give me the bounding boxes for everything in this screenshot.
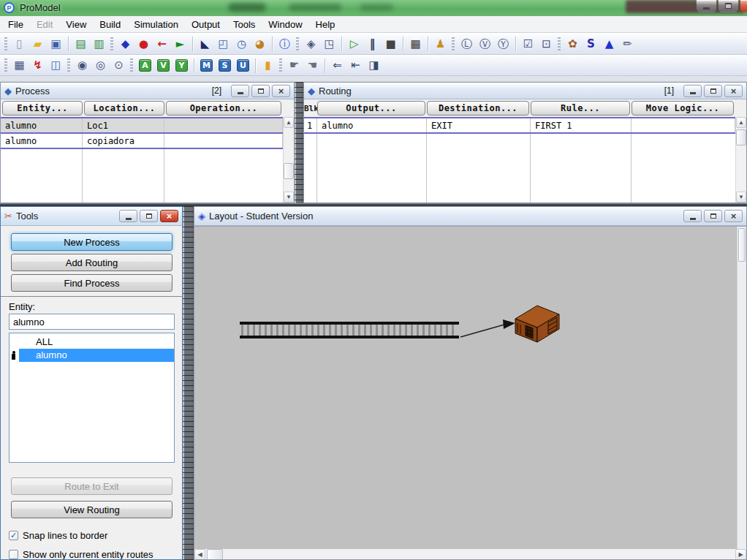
menu-build[interactable]: Build — [93, 17, 127, 32]
conveyor-graphic[interactable] — [240, 322, 459, 339]
operation-column-button[interactable]: Operation... — [166, 101, 281, 116]
routing-close-button[interactable]: × — [724, 85, 743, 97]
app-titlebar[interactable]: P ProModel × — [0, 0, 747, 16]
entity-input[interactable] — [9, 314, 175, 330]
animation-icon[interactable]: ▦ — [407, 36, 424, 53]
process-row[interactable]: alumno Loc1 — [1, 118, 283, 134]
scroll-track[interactable] — [223, 549, 735, 560]
entity-cell[interactable]: alumno — [1, 134, 83, 148]
tools-window-titlebar[interactable]: ✂ Tools × — [1, 207, 182, 226]
tools-minimize-button[interactable] — [119, 210, 137, 222]
rule-column-button[interactable]: Rule... — [531, 101, 630, 116]
route-arrow[interactable] — [456, 314, 519, 342]
routing-minimize-button[interactable] — [683, 85, 702, 97]
pin-v-icon[interactable]: Ⓥ — [477, 36, 493, 53]
snap-lines-checkbox-row[interactable]: Snap lines to border — [9, 530, 107, 541]
avi-a-icon[interactable]: A — [137, 57, 153, 74]
build-entities-icon[interactable]: ● — [135, 36, 152, 53]
new-model-icon[interactable]: ▯ — [11, 36, 28, 53]
process-restore-button[interactable] — [251, 85, 270, 97]
build-shifts-icon[interactable]: ◷ — [233, 36, 250, 53]
find-view-icon[interactable]: ◎ — [92, 57, 109, 74]
desk-copier-graphic[interactable] — [513, 303, 561, 345]
entity-column-button[interactable]: Entity... — [2, 101, 83, 116]
scoreboard-icon[interactable]: ♟ — [432, 36, 449, 53]
scroll-track[interactable] — [284, 128, 294, 192]
scroll-down-icon[interactable] — [736, 192, 746, 203]
routing-restore-button[interactable] — [704, 85, 722, 97]
process-close-button[interactable]: × — [272, 85, 290, 97]
routing-window-titlebar[interactable]: ◆ Routing [1] × — [304, 83, 746, 99]
notes-book-icon[interactable]: ▮ — [259, 57, 276, 74]
layout-minimize-button[interactable] — [683, 210, 702, 222]
menu-simulation[interactable]: Simulation — [127, 17, 185, 32]
process-window-titlebar[interactable]: ◆ Process [2] × — [1, 83, 294, 99]
general-information-icon[interactable]: ◈ — [303, 36, 319, 53]
eraser-icon[interactable]: ✏ — [619, 36, 636, 53]
menu-window[interactable]: Window — [262, 17, 308, 32]
app-minimize-button[interactable] — [696, 0, 717, 12]
tools-close-button[interactable]: × — [160, 210, 178, 222]
zoom-icon[interactable]: ⊙ — [110, 57, 127, 74]
views-window-icon[interactable]: ◫ — [48, 57, 64, 74]
operation-cell[interactable] — [164, 134, 283, 148]
scroll-left-icon[interactable] — [194, 549, 205, 560]
add-routing-button[interactable]: Add Routing — [11, 254, 172, 271]
stop-simulation-icon[interactable]: ■ — [382, 36, 399, 53]
destination-column-button[interactable]: Destination... — [427, 101, 529, 116]
avi-y-icon[interactable]: Y — [173, 57, 190, 74]
scroll-down-icon[interactable] — [284, 192, 294, 203]
blk-cell[interactable]: 1 — [304, 118, 317, 132]
scroll-track[interactable] — [736, 128, 746, 192]
rule-cell[interactable]: FIRST 1 — [531, 118, 632, 132]
output-cell[interactable]: alumno — [317, 118, 427, 132]
scroll-thumb[interactable] — [207, 549, 223, 560]
layout-vertical-scrollbar[interactable] — [737, 227, 746, 549]
build-locations-icon[interactable]: ◆ — [117, 36, 134, 53]
entity-list-item-alumno[interactable]: alumno — [19, 349, 174, 362]
grid-icon[interactable]: ▦ — [11, 57, 28, 74]
scroll-thumb[interactable] — [738, 228, 746, 262]
hand-grid-icon[interactable]: ☚ — [304, 57, 321, 74]
output-column-button[interactable]: Output... — [317, 101, 425, 116]
location-column-button[interactable]: Location... — [84, 101, 164, 116]
show-routes-checkbox-row[interactable]: Show only current entity routes — [9, 549, 153, 560]
process-row[interactable]: alumno copiadora — [1, 134, 283, 149]
menu-file[interactable]: File — [1, 17, 30, 32]
menu-tools[interactable]: Tools — [227, 17, 262, 32]
save-model-icon[interactable]: ▣ — [48, 36, 64, 53]
routing-vertical-scrollbar[interactable] — [735, 117, 746, 203]
routing-row[interactable]: 1 alumno EXIT FIRST 1 — [304, 118, 735, 134]
tools-restore-button[interactable] — [140, 210, 158, 222]
trace-chart-icon[interactable]: ↯ — [29, 57, 46, 74]
entity-cell[interactable]: alumno — [1, 118, 83, 132]
scroll-up-icon[interactable] — [736, 117, 746, 128]
pin-y-icon[interactable]: Ⓨ — [495, 36, 512, 53]
build-attributes-icon[interactable]: ◕ — [251, 36, 268, 53]
pantograph-icon[interactable]: ▲ — [601, 36, 618, 53]
process-minimize-button[interactable] — [231, 85, 249, 97]
window-split-icon[interactable]: ◨ — [365, 57, 382, 74]
pause-simulation-icon[interactable]: ‖ — [364, 36, 381, 53]
background-graphic-icon[interactable]: S — [583, 36, 599, 53]
run-simulation-icon[interactable]: ▷ — [346, 36, 363, 53]
layout-horizontal-scrollbar[interactable] — [194, 549, 746, 560]
window-back-icon[interactable]: ⇐ — [329, 57, 346, 74]
scroll-thumb[interactable] — [736, 129, 746, 145]
pin-l-icon[interactable]: Ⓛ — [458, 36, 475, 53]
build-path-networks-icon[interactable]: ← — [153, 36, 170, 53]
scroll-up-icon[interactable] — [284, 117, 294, 128]
layout-canvas[interactable] — [194, 226, 746, 549]
layout-restore-button[interactable] — [704, 210, 722, 222]
menu-output[interactable]: Output — [185, 17, 227, 32]
scroll-right-icon[interactable] — [735, 549, 746, 560]
window-shift-left-icon[interactable]: ⇤ — [347, 57, 364, 74]
build-resources-icon[interactable]: ► — [172, 36, 189, 53]
open-model-icon[interactable]: ▰ — [29, 36, 46, 53]
msu-m-icon[interactable]: M — [198, 57, 215, 74]
layout-close-button[interactable]: × — [724, 210, 743, 222]
build-processing-icon[interactable]: ◰ — [215, 36, 232, 53]
install-model-icon[interactable]: ▤ — [72, 36, 89, 53]
show-routes-checkbox[interactable] — [9, 550, 18, 559]
palette-icon[interactable]: ✿ — [564, 36, 581, 53]
